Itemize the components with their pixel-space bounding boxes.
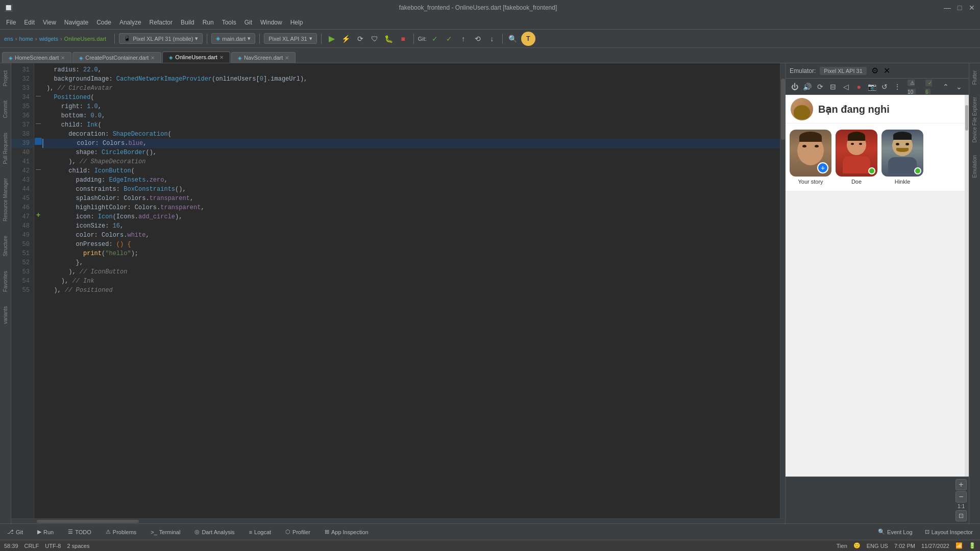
tab-homescreen-close[interactable]: ✕ (61, 55, 65, 61)
breadcrumb-home[interactable]: home (19, 36, 33, 42)
gutter-cell-34[interactable]: — (34, 91, 42, 100)
emu-record-button[interactable]: ● (854, 81, 864, 92)
tab-onlineusers-close[interactable]: ✕ (219, 55, 224, 60)
sidebar-item-project[interactable]: Project (1, 67, 10, 89)
emu-snapshot-button[interactable]: 📷 (867, 81, 876, 92)
bottom-tab-terminal[interactable]: >_ Terminal (148, 528, 183, 536)
todo-label: TODO (75, 529, 91, 535)
menu-tools[interactable]: Tools (218, 18, 240, 27)
debug-button[interactable]: 🐛 (383, 33, 395, 45)
bottom-tab-git[interactable]: ⎇ Git (4, 528, 26, 536)
menu-refactor[interactable]: Refactor (145, 18, 177, 27)
add-story-button[interactable]: + (817, 162, 828, 173)
profile-button[interactable]: ⚡ (340, 33, 352, 45)
sidebar-flutter-panel[interactable]: Flutter (970, 67, 979, 88)
menu-view[interactable]: View (39, 18, 60, 27)
menu-build[interactable]: Build (177, 18, 199, 27)
phone-scrollbar-thumb[interactable] (965, 105, 968, 131)
menu-window[interactable]: Window (256, 18, 286, 27)
coverage-button[interactable]: 🛡 (369, 33, 381, 45)
emu-collapse-button[interactable]: ⌄ (953, 81, 965, 92)
bottom-tab-profiler[interactable]: ⬡ Profiler (282, 528, 313, 536)
code-content[interactable]: radius: 22.0, backgroundImage: CachedNet… (42, 63, 780, 518)
sidebar-item-resource-manager[interactable]: Resource Manager (1, 175, 10, 224)
bottom-tab-run[interactable]: ▶ Run (34, 528, 57, 536)
git-fetch-button[interactable]: ⟲ (472, 33, 484, 45)
menu-edit[interactable]: Edit (20, 18, 39, 27)
sidebar-item-favorites[interactable]: Favorites (1, 268, 10, 295)
tab-createpost-close[interactable]: ✕ (151, 55, 155, 61)
story-hinkle[interactable]: Hinkle (881, 130, 923, 185)
user-avatar-toolbar[interactable]: T (521, 32, 535, 46)
git-checkmark-1[interactable]: ✓ (429, 33, 441, 45)
search-button[interactable]: 🔍 (507, 33, 519, 45)
vertical-scrollbar[interactable] (780, 63, 785, 518)
menu-analyze[interactable]: Analyze (115, 18, 145, 27)
phone-scrollbar[interactable] (965, 95, 969, 477)
tab-homescreen[interactable]: ◈ HomeScreen.dart ✕ (2, 52, 71, 63)
menu-help[interactable]: Help (286, 18, 307, 27)
sidebar-item-variants[interactable]: variants (1, 303, 10, 327)
bottom-tab-todo[interactable]: ☰ TODO (65, 528, 94, 536)
sidebar-item-structure[interactable]: Structure (1, 233, 10, 260)
zoom-out-button[interactable]: − (955, 491, 967, 503)
emu-expand-button[interactable]: ⌃ (940, 81, 951, 92)
emu-rotate-button[interactable]: ⟳ (815, 81, 825, 92)
tab-navscreen[interactable]: ◈ NavScreen.dart ✕ (231, 52, 296, 63)
status-right: Tien 🙂 ENG US 7:02 PM 11/27/2022 📶 🔋 (837, 542, 976, 549)
sidebar-device-file-explorer[interactable]: Device File Explorer (970, 94, 979, 145)
story-your-story[interactable]: + Your story (790, 130, 831, 185)
tab-onlineusers[interactable]: ◈ OnlineUsers.dart ✕ (162, 52, 230, 63)
menu-run[interactable]: Run (199, 18, 218, 27)
breadcrumb-widgets[interactable]: widgets (39, 36, 58, 42)
emu-reload-button[interactable]: ↺ (880, 81, 890, 92)
menu-file[interactable]: File (2, 18, 20, 27)
tab-navscreen-close[interactable]: ✕ (285, 55, 289, 61)
gutter-cell-52 (34, 256, 42, 265)
gutter-cell-37[interactable]: — (34, 118, 42, 128)
zoom-fit-button[interactable]: ⊡ (955, 510, 967, 521)
emu-fold-button[interactable]: ⊟ (828, 81, 838, 92)
bottom-tab-event-log[interactable]: 🔍 Event Log (875, 528, 916, 536)
device-selector[interactable]: 📱 Pixel XL API 31 (mobile) ▾ (119, 33, 203, 44)
target-device[interactable]: Pixel XL API 31 ▾ (264, 33, 316, 44)
sidebar-item-commit[interactable]: Commit (1, 97, 10, 121)
main-dart-selector[interactable]: ◈ main.dart ▾ (211, 33, 255, 44)
minimize-button[interactable]: — (943, 4, 951, 12)
gutter-cell-47[interactable]: + (34, 210, 42, 219)
emu-power-button[interactable]: ⏻ (790, 81, 799, 92)
story-doe[interactable]: Doe (836, 130, 877, 185)
h-scrollbar-thumb[interactable] (37, 520, 139, 523)
emulator-close-button[interactable]: ✕ (883, 67, 891, 75)
scrollbar-thumb[interactable] (781, 79, 785, 140)
emu-back-button[interactable]: ◁ (841, 81, 851, 92)
menu-git[interactable]: Git (240, 18, 256, 27)
zoom-in-button[interactable]: + (955, 479, 967, 490)
menu-code[interactable]: Code (92, 18, 115, 27)
bottom-tab-app-inspection[interactable]: ⊞ App Inspection (322, 528, 372, 536)
emu-more-button[interactable]: ⋮ (893, 81, 902, 92)
git-push-button[interactable]: ↑ (457, 33, 470, 45)
git-checkmark-2[interactable]: ✓ (443, 33, 455, 45)
emulator-device-badge[interactable]: Pixel XL API 31 (820, 67, 866, 75)
emu-volume-button[interactable]: 🔊 (802, 81, 812, 92)
close-button[interactable]: ✕ (968, 4, 976, 12)
menu-navigate[interactable]: Navigate (60, 18, 92, 27)
horizontal-scrollbar[interactable] (11, 518, 785, 523)
sidebar-emulation[interactable]: Emulation (970, 152, 979, 181)
emulator-settings-button[interactable]: ⚙ (871, 67, 879, 75)
stop-button[interactable]: ■ (397, 33, 409, 45)
bottom-tab-layout-inspector[interactable]: ⊡ Layout Inspector (922, 528, 976, 536)
bottom-tab-dart-analysis[interactable]: ◎ Dart Analysis (191, 528, 237, 536)
run-button[interactable]: ▶ (326, 33, 338, 45)
hot-reload-button[interactable]: ⟳ (354, 33, 366, 45)
bottom-tab-logcat[interactable]: ≡ Logcat (246, 528, 274, 536)
breadcrumb-ens[interactable]: ens (4, 36, 13, 42)
breadcrumb-file[interactable]: OnlineUsers.dart (64, 36, 107, 42)
tab-createpost[interactable]: ◈ CreatePostContainer.dart ✕ (72, 52, 161, 63)
gutter-cell-42[interactable]: — (34, 164, 42, 173)
sidebar-item-pull-requests[interactable]: Pull Requests (1, 130, 10, 167)
bottom-tab-problems[interactable]: ⚠ Problems (103, 528, 139, 536)
git-pull-button[interactable]: ↓ (486, 33, 498, 45)
maximize-button[interactable]: □ (955, 4, 964, 12)
